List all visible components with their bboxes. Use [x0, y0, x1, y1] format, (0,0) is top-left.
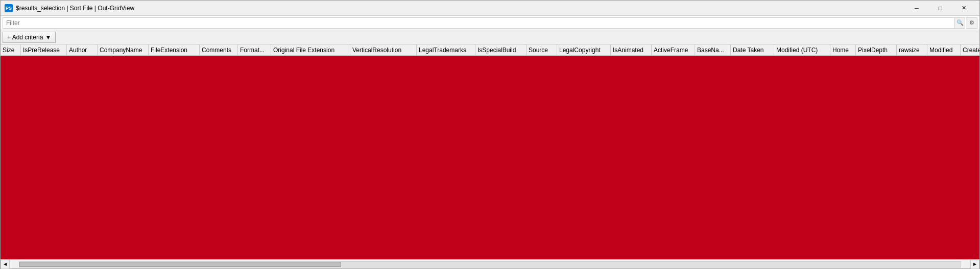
scroll-right-button[interactable]: ▶ — [970, 260, 979, 269]
column-header-modified[interactable]: Modified — [927, 44, 961, 55]
scrollbar-track — [19, 261, 961, 267]
grid-header: SizeIsPreReleaseAuthorCompanyNameFileExt… — [1, 44, 979, 56]
column-header-activeframe[interactable]: ActiveFrame — [652, 44, 695, 55]
column-header-comments[interactable]: Comments — [200, 44, 238, 55]
column-header-author[interactable]: Author — [67, 44, 98, 55]
title-bar: PS $results_selection | Sort File | Out-… — [1, 1, 979, 16]
column-header-pixeldepth[interactable]: PixelDepth — [856, 44, 897, 55]
window-title: $results_selection | Sort File | Out-Gri… — [16, 5, 905, 12]
grid-body — [1, 56, 979, 259]
settings-icon[interactable]: ⚙ — [966, 17, 977, 29]
column-header-isprerelease[interactable]: IsPreRelease — [21, 44, 67, 55]
filter-bar: 🔍 ⚙ — [1, 16, 979, 30]
window-controls: ─ □ ✕ — [905, 1, 975, 16]
criteria-bar: + Add criteria ▼ — [1, 30, 979, 44]
dropdown-arrow-icon: ▼ — [45, 34, 51, 41]
column-header-fileextension[interactable]: FileExtension — [149, 44, 200, 55]
column-header-createdutc[interactable]: Created (UTC) — [961, 44, 979, 55]
column-header-rawsize[interactable]: rawsize — [897, 44, 927, 55]
column-header-legalcopyright[interactable]: LegalCopyright — [557, 44, 611, 55]
scrollbar-thumb[interactable] — [19, 262, 341, 267]
close-button[interactable]: ✕ — [952, 1, 975, 16]
app-icon: PS — [5, 4, 13, 12]
add-criteria-button[interactable]: + Add criteria ▼ — [3, 32, 56, 43]
column-header-companyname[interactable]: CompanyName — [98, 44, 149, 55]
column-header-verticalresolution[interactable]: VerticalResolution — [350, 44, 417, 55]
column-header-source[interactable]: Source — [527, 44, 557, 55]
scroll-left-button[interactable]: ◀ — [1, 260, 10, 269]
column-header-legaltrademarks[interactable]: LegalTrademarks — [417, 44, 475, 55]
search-icon: 🔍 — [955, 17, 965, 29]
maximize-button[interactable]: □ — [928, 1, 952, 16]
column-header-basena[interactable]: BaseNa... — [695, 44, 731, 55]
column-header-isspecialbuild[interactable]: IsSpecialBuild — [475, 44, 527, 55]
column-header-home[interactable]: Home — [830, 44, 856, 55]
column-header-size[interactable]: Size — [1, 44, 21, 55]
column-header-format[interactable]: Format... — [238, 44, 271, 55]
minimize-button[interactable]: ─ — [905, 1, 928, 16]
column-header-originalfileextension[interactable]: Original File Extension — [271, 44, 350, 55]
main-window: PS $results_selection | Sort File | Out-… — [0, 0, 980, 269]
horizontal-scrollbar: ◀ ▶ — [1, 259, 979, 268]
column-header-isanimated[interactable]: IsAnimated — [611, 44, 652, 55]
column-header-datetaken[interactable]: Date Taken — [731, 44, 774, 55]
column-header-modifiedutc[interactable]: Modified (UTC) — [774, 44, 830, 55]
filter-input[interactable] — [3, 17, 955, 29]
